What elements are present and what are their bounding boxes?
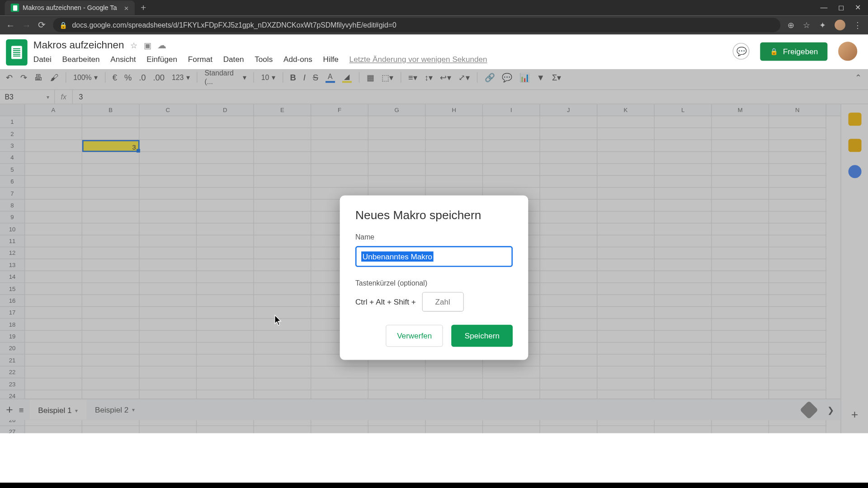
url-text: docs.google.com/spreadsheets/d/1FKYLxFDp… — [72, 21, 396, 29]
menu-bearbeiten[interactable]: Bearbeiten — [62, 55, 100, 64]
nav-reload-icon[interactable]: ⟳ — [38, 20, 46, 31]
save-macro-dialog: Neues Makro speichern Name Unbenanntes M… — [340, 196, 528, 360]
extensions-icon[interactable]: ✦ — [819, 20, 826, 30]
window-close-icon[interactable]: ✕ — [855, 4, 861, 12]
address-bar: ← → ⟳ 🔒 docs.google.com/spreadsheets/d/1… — [0, 15, 868, 34]
name-label: Name — [355, 233, 513, 241]
bookmark-star-icon[interactable]: ☆ — [803, 20, 811, 30]
menu-einfügen[interactable]: Einfügen — [146, 55, 177, 64]
account-avatar[interactable] — [838, 42, 857, 61]
browser-tab-strip: Makros aufzeichnen - Google Ta × + — ◻ ✕ — [0, 0, 868, 15]
doc-title[interactable]: Makros aufzeichnen — [33, 39, 124, 51]
sheets-favicon-icon — [11, 4, 19, 12]
share-label: Freigeben — [783, 47, 818, 56]
comments-icon[interactable]: 💬 — [733, 43, 750, 60]
menu-add-ons[interactable]: Add-ons — [283, 55, 312, 64]
move-folder-icon[interactable]: ▣ — [144, 41, 151, 50]
browser-tab[interactable]: Makros aufzeichnen - Google Ta × — [5, 0, 135, 15]
shortcut-prefix: Ctrl + Alt + Shift + — [355, 297, 416, 306]
lock-icon: 🔒 — [59, 21, 67, 29]
save-button[interactable]: Speichern — [452, 325, 513, 347]
share-button[interactable]: 🔒 Freigeben — [760, 42, 827, 61]
close-tab-icon[interactable]: × — [124, 3, 129, 12]
window-maximize-icon[interactable]: ◻ — [838, 4, 844, 12]
profile-avatar[interactable] — [835, 20, 845, 31]
sheets-logo-icon[interactable] — [6, 39, 27, 66]
shortcut-label: Tastenkürzel (optional) — [355, 279, 513, 287]
menu-datei[interactable]: Datei — [33, 55, 52, 64]
shortcut-number-input[interactable] — [422, 292, 463, 312]
nav-forward-icon[interactable]: → — [22, 20, 31, 30]
cloud-status-icon[interactable]: ☁ — [157, 40, 166, 51]
dialog-title: Neues Makro speichern — [355, 209, 513, 222]
menu-ansicht[interactable]: Ansicht — [110, 55, 136, 64]
last-edit-link[interactable]: Letzte Änderung vor wenigen Sekunden — [349, 55, 487, 64]
menu-format[interactable]: Format — [188, 55, 212, 64]
menu-hilfe[interactable]: Hilfe — [323, 55, 339, 64]
star-icon[interactable]: ☆ — [130, 41, 138, 50]
window-minimize-icon[interactable]: — — [821, 4, 828, 12]
macro-name-input[interactable]: Unbenanntes Makro — [355, 246, 513, 267]
nav-back-icon[interactable]: ← — [6, 20, 15, 30]
discard-button[interactable]: Verwerfen — [386, 325, 443, 347]
url-field[interactable]: 🔒 docs.google.com/spreadsheets/d/1FKYLxF… — [53, 18, 780, 33]
new-tab-button[interactable]: + — [141, 2, 146, 13]
zoom-icon[interactable]: ⊕ — [788, 20, 795, 30]
browser-menu-icon[interactable]: ⋮ — [854, 20, 862, 30]
tab-title: Makros aufzeichnen - Google Ta — [23, 4, 117, 11]
menu-tools[interactable]: Tools — [255, 55, 273, 64]
lock-icon: 🔒 — [770, 47, 778, 55]
app-header: Makros aufzeichnen ☆ ▣ ☁ DateiBearbeiten… — [0, 34, 868, 66]
menu-daten[interactable]: Daten — [223, 55, 244, 64]
